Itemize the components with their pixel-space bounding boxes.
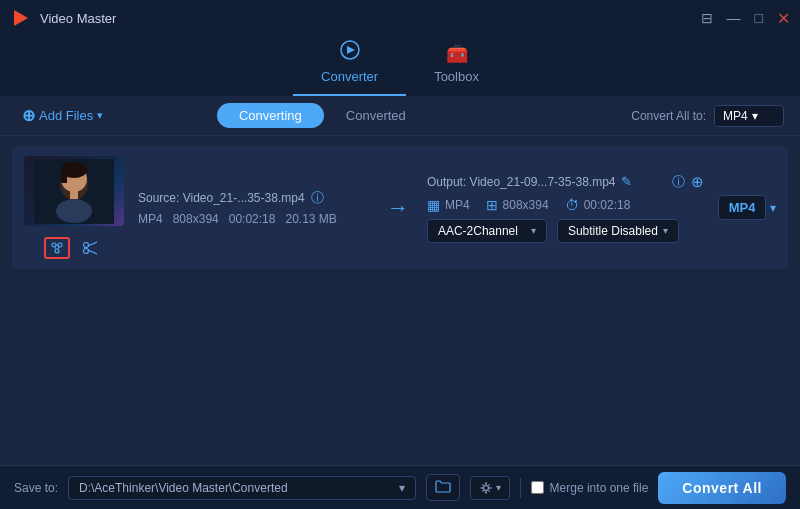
output-format-prop: ▦ MP4 — [427, 197, 470, 213]
app-logo-icon — [10, 7, 32, 29]
merge-checkbox-label[interactable]: Merge into one file — [531, 481, 649, 495]
output-add-icon[interactable]: ⊕ — [691, 173, 704, 191]
file-source-info: Source: Video_21-...35-38.mp4 ⓘ MP4 808x… — [138, 189, 369, 226]
thumbnail-section — [24, 156, 124, 259]
file-item: Source: Video_21-...35-38.mp4 ⓘ MP4 808x… — [12, 146, 788, 269]
thumbnail-svg — [34, 159, 114, 224]
settings-button[interactable]: ▾ — [470, 476, 510, 500]
window-controls: ⊟ — □ ✕ — [701, 9, 790, 28]
output-label: Output: Video_21-09...7-35-38.mp4 — [427, 175, 616, 189]
output-resolution-value: 808x394 — [503, 198, 549, 212]
format-prop-icon: ▦ — [427, 197, 440, 213]
add-files-dropdown-icon[interactable]: ▾ — [97, 109, 103, 122]
source-label: Source: Video_21-...35-38.mp4 — [138, 191, 305, 205]
output-header-row: Output: Video_21-09...7-35-38.mp4 ✎ ⓘ ⊕ — [427, 173, 704, 191]
resolution-prop-icon: ⊞ — [486, 197, 498, 213]
scissors-icon — [83, 241, 99, 255]
trim-button[interactable] — [78, 237, 104, 259]
output-duration-prop: ⏱ 00:02:18 — [565, 197, 631, 213]
svg-rect-9 — [61, 169, 67, 183]
format-badge-container: MP4 ▾ — [718, 195, 776, 220]
gear-icon — [479, 481, 493, 495]
conversion-tabs: Converting Converted — [217, 103, 428, 128]
settings-dropdown-icon: ▾ — [496, 482, 501, 493]
svg-line-16 — [55, 247, 56, 249]
app-branding: Video Master — [10, 7, 116, 29]
tab-toolbox[interactable]: 🧰 Toolbox — [406, 35, 507, 96]
svg-point-22 — [483, 485, 488, 490]
duration-prop-icon: ⏱ — [565, 197, 579, 213]
source-duration: 00:02:18 — [229, 212, 276, 226]
source-info-icon[interactable]: ⓘ — [311, 189, 324, 207]
converted-tab[interactable]: Converted — [324, 103, 428, 128]
output-duration-value: 00:02:18 — [584, 198, 631, 212]
svg-point-18 — [84, 243, 89, 248]
app-title: Video Master — [40, 11, 116, 26]
browse-folder-button[interactable] — [426, 474, 460, 501]
source-resolution: 808x394 — [173, 212, 219, 226]
convert-all-format-select[interactable]: MP4 ▾ — [714, 105, 784, 127]
selected-format-label: MP4 — [723, 109, 748, 123]
video-thumbnail — [24, 156, 124, 226]
subtitle-value: Subtitle Disabled — [568, 224, 658, 238]
convert-all-to-label: Convert All to: — [631, 109, 706, 123]
effects-button[interactable] — [44, 237, 70, 259]
save-path-input[interactable]: D:\AceThinker\Video Master\Converted ▾ — [68, 476, 416, 500]
converting-tab[interactable]: Converting — [217, 103, 324, 128]
source-path-row: Source: Video_21-...35-38.mp4 ⓘ — [138, 189, 369, 207]
save-path-value: D:\AceThinker\Video Master\Converted — [79, 481, 288, 495]
svg-line-20 — [88, 242, 97, 246]
source-format: MP4 — [138, 212, 163, 226]
audio-channel-select[interactable]: AAC-2Channel ▾ — [427, 219, 547, 243]
close-button[interactable]: ✕ — [777, 9, 790, 28]
tab-converter[interactable]: Converter — [293, 32, 406, 96]
svg-rect-1 — [10, 7, 32, 29]
format-badge-dropdown-icon[interactable]: ▾ — [770, 201, 776, 215]
thumbnail-image — [24, 156, 124, 226]
file-action-icons — [44, 237, 104, 259]
output-section: Output: Video_21-09...7-35-38.mp4 ✎ ⓘ ⊕ … — [427, 173, 704, 243]
maximize-button[interactable]: □ — [755, 10, 763, 26]
toolbar-separator — [520, 478, 521, 498]
output-resolution-prop: ⊞ 808x394 — [486, 197, 549, 213]
format-badge-label: MP4 — [729, 200, 756, 215]
title-bar: Video Master ⊟ — □ ✕ — [0, 0, 800, 36]
save-to-label: Save to: — [14, 481, 58, 495]
svg-marker-3 — [347, 46, 355, 54]
subtitle-select[interactable]: Subtitle Disabled ▾ — [557, 219, 679, 243]
svg-line-17 — [58, 247, 59, 249]
merge-label-text: Merge into one file — [550, 481, 649, 495]
subtitle-caret-icon: ▾ — [663, 225, 668, 236]
output-edit-icon[interactable]: ✎ — [621, 174, 632, 189]
format-dropdown-icon: ▾ — [752, 109, 758, 123]
toolbox-icon: 🧰 — [446, 43, 468, 65]
add-files-plus-icon: ⊕ — [22, 106, 35, 125]
caption-button[interactable]: ⊟ — [701, 10, 713, 26]
output-props-row: ▦ MP4 ⊞ 808x394 ⏱ 00:02:18 — [427, 197, 704, 213]
add-files-button[interactable]: ⊕ Add Files ▾ — [16, 102, 109, 129]
convert-all-button[interactable]: Convert All — [658, 472, 786, 504]
audio-channel-value: AAC-2Channel — [438, 224, 518, 238]
status-bar: Save to: D:\AceThinker\Video Master\Conv… — [0, 465, 800, 509]
tab-bar: Converter 🧰 Toolbox — [0, 36, 800, 96]
effects-icon — [50, 241, 64, 255]
converter-icon — [340, 40, 360, 65]
svg-point-19 — [84, 249, 89, 254]
svg-line-21 — [88, 250, 97, 254]
toolbar: ⊕ Add Files ▾ Converting Converted Conve… — [0, 96, 800, 136]
source-meta: MP4 808x394 00:02:18 20.13 MB — [138, 212, 369, 226]
minimize-button[interactable]: — — [727, 10, 741, 26]
output-info-icon[interactable]: ⓘ — [672, 173, 685, 191]
path-dropdown-icon: ▾ — [399, 481, 405, 495]
output-selects-row: AAC-2Channel ▾ Subtitle Disabled ▾ — [427, 219, 704, 243]
svg-rect-11 — [70, 189, 78, 199]
folder-icon — [435, 479, 451, 493]
svg-point-14 — [55, 249, 59, 253]
audio-channel-caret-icon: ▾ — [531, 225, 536, 236]
merge-checkbox-input[interactable] — [531, 481, 544, 494]
source-filesize: 20.13 MB — [285, 212, 336, 226]
svg-point-12 — [52, 243, 56, 247]
converter-tab-label: Converter — [321, 69, 378, 84]
format-badge[interactable]: MP4 — [718, 195, 766, 220]
svg-point-13 — [58, 243, 62, 247]
